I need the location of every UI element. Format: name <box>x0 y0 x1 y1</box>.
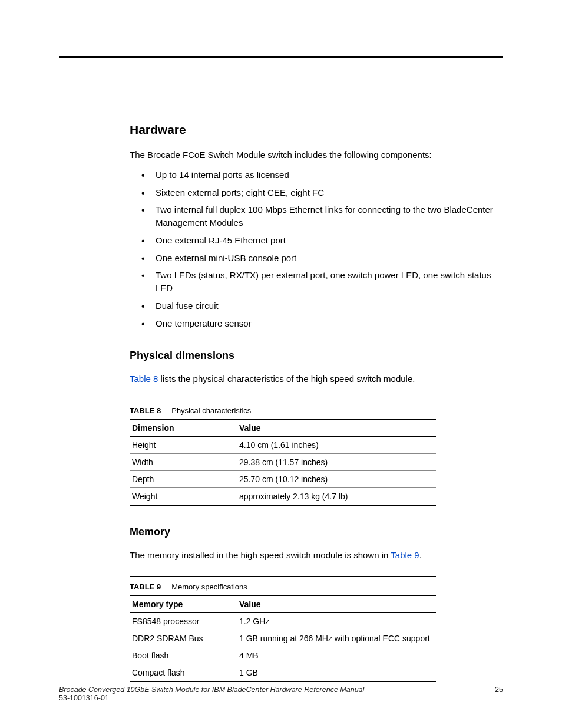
table9: Memory type Value FS8548 processor1.2 GH… <box>130 595 436 682</box>
list-item: One temperature sensor <box>141 317 503 330</box>
footer-page-number: 25 <box>495 686 503 702</box>
memory-body-post: . <box>419 550 422 560</box>
table9-caption: TABLE 9Memory specifications <box>130 579 436 595</box>
list-item: Dual fuse circuit <box>141 299 503 312</box>
table9-caption-label: TABLE 9 <box>130 582 161 591</box>
table8-caption-rule <box>130 400 436 400</box>
table-row: DDR2 SDRAM Bus1 GB running at 266 MHz wi… <box>130 630 436 647</box>
memory-body: The memory installed in the high speed s… <box>130 549 503 562</box>
footer-doc: Brocade Converged 10GbE Switch Module fo… <box>59 686 495 702</box>
footer-doc-title: Brocade Converged 10GbE Switch Module fo… <box>59 686 364 694</box>
table8-link[interactable]: Table 8 <box>130 374 158 384</box>
table8-caption: TABLE 8Physical characteristics <box>130 403 436 419</box>
table-row: Weightapproximately 2.13 kg (4.7 lb) <box>130 488 436 506</box>
top-rule <box>59 56 503 58</box>
memory-heading: Memory <box>130 526 503 538</box>
cell: Height <box>130 437 237 454</box>
table-header-row: Dimension Value <box>130 419 436 437</box>
list-item: One external RJ-45 Ethernet port <box>141 234 503 247</box>
list-item: One external mini-USB console port <box>141 252 503 265</box>
list-item: Sixteen external ports; eight CEE, eight… <box>141 186 503 199</box>
phys-dim-body-text: lists the physical characteristics of th… <box>158 374 415 384</box>
cell: FS8548 processor <box>130 612 237 630</box>
hardware-intro: The Brocade FCoE Switch Module switch in… <box>130 149 503 162</box>
table9-h1: Value <box>237 595 436 613</box>
table8: Dimension Value Height4.10 cm (1.61 inch… <box>130 419 436 506</box>
table8-caption-text: Physical characteristics <box>171 406 251 415</box>
cell: DDR2 SDRAM Bus <box>130 630 237 647</box>
phys-dim-heading: Physical dimensions <box>130 350 503 362</box>
cell: Compact flash <box>130 664 237 681</box>
table-row: Depth25.70 cm (10.12 inches) <box>130 471 436 488</box>
hardware-bullet-list: Up to 14 internal ports as licensed Sixt… <box>141 169 503 330</box>
table-row: Width29.38 cm (11.57 inches) <box>130 454 436 471</box>
cell: Boot flash <box>130 647 237 664</box>
table8-caption-label: TABLE 8 <box>130 406 161 415</box>
list-item: Up to 14 internal ports as licensed <box>141 169 503 182</box>
list-item: Two internal full duplex 100 Mbps Ethern… <box>141 203 503 229</box>
footer-doc-num: 53-1001316-01 <box>59 694 495 702</box>
table-header-row: Memory type Value <box>130 595 436 613</box>
cell: 1.2 GHz <box>237 612 436 630</box>
table9-wrap: TABLE 9Memory specifications Memory type… <box>130 576 436 682</box>
table9-caption-rule <box>130 576 436 577</box>
cell: 1 GB <box>237 664 436 681</box>
hardware-heading: Hardware <box>130 123 503 137</box>
cell: 4 MB <box>237 647 436 664</box>
cell: 29.38 cm (11.57 inches) <box>237 454 436 471</box>
table8-h0: Dimension <box>130 419 237 437</box>
page-footer: Brocade Converged 10GbE Switch Module fo… <box>59 686 503 702</box>
table9-caption-text: Memory specifications <box>171 582 247 591</box>
cell: Depth <box>130 471 237 488</box>
table8-h1: Value <box>237 419 436 437</box>
cell: 25.70 cm (10.12 inches) <box>237 471 436 488</box>
table9-link[interactable]: Table 9 <box>391 550 419 560</box>
cell: 4.10 cm (1.61 inches) <box>237 437 436 454</box>
table-row: Compact flash1 GB <box>130 664 436 681</box>
cell: 1 GB running at 266 MHz with optional EC… <box>237 630 436 647</box>
table8-wrap: TABLE 8Physical characteristics Dimensio… <box>130 400 436 506</box>
cell: approximately 2.13 kg (4.7 lb) <box>237 488 436 506</box>
table-row: Boot flash4 MB <box>130 647 436 664</box>
table-row: Height4.10 cm (1.61 inches) <box>130 437 436 454</box>
list-item: Two LEDs (status, RX/TX) per external po… <box>141 269 503 295</box>
memory-body-pre: The memory installed in the high speed s… <box>130 550 391 560</box>
page-content: Hardware The Brocade FCoE Switch Module … <box>0 0 562 717</box>
table-row: FS8548 processor1.2 GHz <box>130 612 436 630</box>
table9-h0: Memory type <box>130 595 237 613</box>
cell: Weight <box>130 488 237 506</box>
cell: Width <box>130 454 237 471</box>
phys-dim-body: Table 8 lists the physical characteristi… <box>130 373 503 386</box>
